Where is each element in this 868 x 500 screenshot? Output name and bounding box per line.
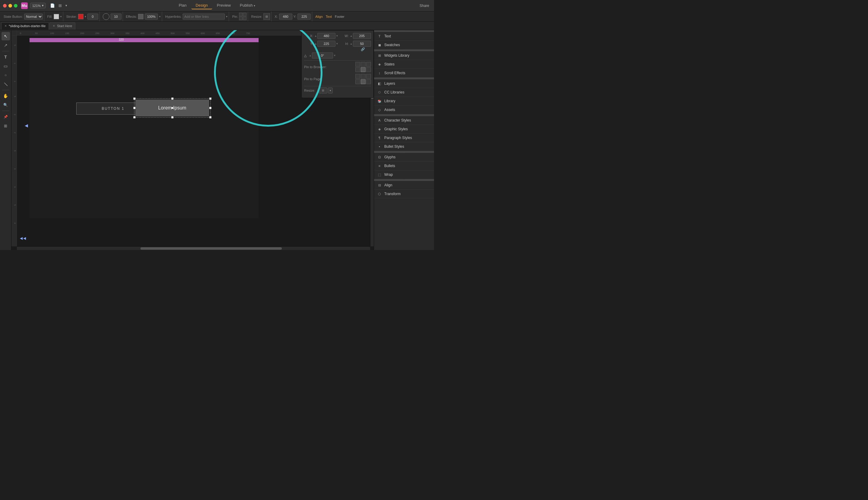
y-input[interactable] [298, 14, 311, 20]
h-stepper-up[interactable]: ▲ [350, 42, 352, 45]
nav-preview[interactable]: Preview [212, 2, 235, 9]
align-label[interactable]: Align [315, 15, 323, 19]
h-scrollbar[interactable] [17, 246, 370, 250]
tool-pin[interactable]: 📌 [1, 113, 10, 121]
pin-page-tr[interactable] [366, 74, 371, 79]
chevron-icon[interactable]: ▾ [64, 3, 68, 8]
w-value-input[interactable] [353, 33, 371, 39]
effects-input[interactable] [145, 14, 158, 20]
tool-direct-select[interactable]: ↗ [1, 41, 10, 49]
panel-section-graphic-styles[interactable]: ◈ Graphic Styles [374, 125, 434, 134]
text-label[interactable]: Text [326, 15, 332, 19]
tool-rectangle[interactable]: ▭ [1, 62, 10, 70]
footer-label[interactable]: Footer [335, 15, 345, 19]
x-stepper-up[interactable]: ▲ [314, 34, 317, 37]
maximize-button[interactable] [14, 4, 18, 8]
tool-ellipse[interactable]: ○ [1, 71, 10, 79]
h-value-input[interactable] [353, 41, 371, 47]
tab-start-here[interactable]: ✕ Start Here [49, 22, 76, 30]
stroke-value-input[interactable] [88, 14, 98, 20]
panel-section-cc-libraries[interactable]: ⬡ CC Libraries [374, 88, 434, 97]
angle-stepper-up[interactable]: ▲ [309, 54, 312, 57]
tool-hand[interactable]: ✋ [1, 92, 10, 100]
pin-browser-tl[interactable] [355, 62, 360, 67]
resize-chevron[interactable]: ▾ [328, 88, 333, 93]
pin-page-tm[interactable] [361, 74, 366, 79]
resize-icon[interactable]: ⊟ [263, 13, 270, 20]
pin-page-ml[interactable] [355, 79, 360, 84]
pin-tl[interactable] [239, 13, 243, 16]
panel-section-bullets[interactable]: ≡ Bullets [374, 162, 434, 170]
state-select[interactable]: Normal [24, 14, 43, 20]
panel-section-glyphs[interactable]: Ω Glyphs [374, 153, 434, 162]
pin-page-mr[interactable] [366, 79, 371, 84]
panel-section-widgets[interactable]: ⊞ Widgets Library [374, 51, 434, 60]
nav-arrow-left[interactable]: ◀ [25, 123, 28, 128]
pin-browser-mm[interactable] [361, 67, 366, 72]
x-input[interactable] [279, 14, 292, 20]
zoom-control[interactable]: 121% ▾ [30, 3, 46, 9]
nav-plan[interactable]: Plan [174, 2, 191, 9]
button-2[interactable]: Lorem Ipsum [135, 100, 209, 116]
panel-section-character-styles[interactable]: A Character Styles [374, 116, 434, 125]
effects-swatch[interactable] [138, 14, 143, 19]
pin-br[interactable] [243, 16, 246, 20]
tool-zoom[interactable]: 🔍 [1, 101, 10, 109]
panel-section-wrap[interactable]: ⬚ Wrap [374, 170, 434, 179]
resize-btn-main[interactable]: ⊟ [319, 88, 327, 93]
panel-section-states[interactable]: ◈ States [374, 60, 434, 69]
tool-text[interactable]: T [1, 53, 10, 61]
tool-line[interactable]: | [0, 78, 11, 90]
tab-close-icon-2[interactable]: ✕ [53, 24, 55, 27]
y-value-input[interactable] [317, 41, 335, 47]
panel-section-bullet-styles[interactable]: • Bullet Styles [374, 142, 434, 151]
corner-radius-btn[interactable] [103, 13, 109, 20]
panel-section-paragraph-styles[interactable]: ¶ Paragraph Styles [374, 134, 434, 142]
nav-arrows-bottom[interactable]: ◀◀ [20, 236, 26, 240]
stroke-chevron[interactable]: ▾ [85, 15, 86, 18]
close-button[interactable] [3, 4, 7, 8]
x-value-input[interactable] [317, 33, 335, 39]
corner-radius-input[interactable] [111, 14, 121, 20]
fill-swatch[interactable] [54, 14, 59, 19]
tab-sliding-button[interactable]: ✕ *sliding-button-starter-file [1, 22, 49, 30]
pin-browser-ml[interactable] [355, 67, 360, 72]
x-stepper-down[interactable]: ▼ [336, 34, 338, 37]
panel-section-swatches[interactable]: ◼ Swatches [374, 41, 434, 49]
nav-design[interactable]: Design [192, 2, 212, 9]
angle-value-input[interactable] [312, 53, 333, 58]
angle-stepper-down[interactable]: ▼ [333, 54, 336, 57]
grid-icon[interactable]: ⊞ [57, 3, 63, 9]
nav-publish[interactable]: Publish ▾ [236, 2, 259, 9]
pin-page-tl[interactable] [355, 74, 360, 79]
h-scrollbar-thumb[interactable] [140, 247, 282, 250]
tool-grid[interactable]: ⊞ [1, 122, 10, 130]
hyperlinks-input[interactable] [183, 14, 225, 20]
panel-section-layers[interactable]: ◧ Layers [374, 79, 434, 88]
pin-bl[interactable] [239, 16, 243, 20]
fill-chevron[interactable]: ▾ [60, 15, 62, 18]
pin-tr[interactable] [243, 13, 246, 16]
panel-section-align[interactable]: ⊟ Align [374, 181, 434, 190]
minimize-button[interactable] [9, 4, 12, 8]
stroke-swatch[interactable] [78, 14, 83, 19]
tab-close-icon[interactable]: ✕ [4, 24, 7, 27]
y-stepper-up[interactable]: ▲ [314, 42, 317, 45]
pin-browser-tm[interactable] [361, 62, 366, 67]
tool-select[interactable]: ↖ [1, 32, 10, 41]
panel-section-library[interactable]: 📚 Library [374, 97, 434, 105]
panel-section-assets[interactable]: ◇ Assets [374, 105, 434, 114]
panel-section-transform[interactable]: ⬡ Transform [374, 190, 434, 198]
effects-chevron[interactable]: ▾ [159, 15, 161, 18]
share-link[interactable]: Share [419, 4, 429, 8]
pin-page-mm[interactable] [361, 79, 366, 84]
hyperlinks-chevron[interactable]: ▾ [226, 15, 228, 18]
pin-browser-mr[interactable] [366, 67, 371, 72]
page-icon[interactable]: 📄 [49, 3, 56, 9]
w-stepper-up[interactable]: ▲ [350, 34, 352, 37]
panel-section-text[interactable]: T Text [374, 32, 434, 41]
panel-section-scroll-effects[interactable]: ↕ Scroll Effects [374, 69, 434, 78]
link-proportions-icon[interactable]: 🔗 [361, 47, 365, 51]
pin-browser-tr[interactable] [366, 62, 371, 67]
y-stepper-down[interactable]: ▼ [336, 42, 338, 45]
